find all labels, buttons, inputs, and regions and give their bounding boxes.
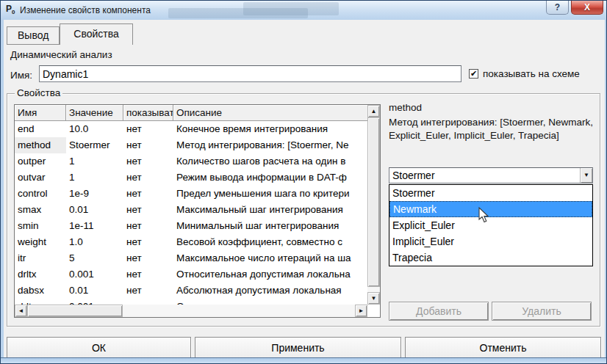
tab-svoystva[interactable]: Свойства — [60, 23, 132, 45]
delete-button[interactable]: Удалить — [492, 302, 592, 321]
dropdown-option-newmark[interactable]: Newmark — [389, 201, 592, 217]
cell-description: Максимальное число итераций на ша — [173, 250, 367, 266]
table-row-drltx[interactable]: drltx0.001нетОтносительная допустимая ло… — [15, 266, 367, 283]
table-row-method[interactable]: methodStoermerнетМетод интегрирования: [… — [15, 137, 367, 153]
cell-show: нет — [123, 170, 173, 186]
table-row-outper[interactable]: outper1нетКоличество шагов расчета на од… — [15, 153, 367, 170]
cell-value: 1 — [66, 170, 123, 186]
cell-show: нет — [123, 121, 173, 137]
vertical-scrollbar[interactable]: ▲ ▼ — [367, 105, 380, 305]
cell-value: 1e-9 — [66, 186, 123, 202]
cell-name: outper — [15, 153, 66, 170]
cancel-button[interactable]: Отменить — [405, 337, 601, 358]
cell-name: control — [15, 186, 66, 202]
cell-value: 1e-11 — [66, 218, 123, 234]
method-combobox-value: Stoermer — [392, 170, 435, 181]
table-row-end[interactable]: end10.0нетКонечное время интегрирования — [15, 121, 367, 137]
cell-name: smax — [15, 202, 66, 218]
cell-show: нет — [123, 218, 173, 234]
show-on-schema-checkbox[interactable]: ✔ — [469, 69, 478, 79]
chevron-down-icon[interactable]: ▼ — [580, 168, 592, 183]
cell-description: Предел уменьшения шага по критери — [173, 186, 367, 202]
cell-name: end — [15, 121, 66, 137]
dialog-window: P0 Изменение свойств компонента ? X Выво… — [0, 0, 607, 364]
properties-table[interactable]: ИмяЗначениепоказыватьОписание end10.0нет… — [14, 104, 381, 318]
table-row-control[interactable]: control1e-9нетПредел уменьшения шага по … — [15, 186, 367, 202]
cell-show: нет — [123, 137, 173, 153]
cell-description: Весовой коэффициент, совместно с — [173, 234, 367, 250]
vertical-scrollbar-thumb[interactable] — [367, 117, 380, 287]
ok-button[interactable]: ОК — [7, 337, 191, 358]
tab-bar: ВыводСвойства — [7, 23, 133, 44]
mouse-cursor-icon — [478, 207, 490, 223]
name-input[interactable] — [39, 65, 461, 82]
table-header-row: ИмяЗначениепоказыватьОписание — [15, 105, 380, 121]
table-row-smin[interactable]: smin1e-11нетМинимальный шаг интегрирован… — [15, 218, 367, 234]
cell-description: Метод интегрирования: [Stoermer, Ne — [173, 137, 367, 153]
cell-show: нет — [123, 186, 173, 202]
cell-show: нет — [123, 202, 173, 218]
cell-description: Относительная допустимая локальна — [173, 266, 367, 283]
method-combobox[interactable]: Stoermer ▼ — [389, 167, 593, 183]
column-header[interactable]: показывать — [123, 105, 173, 121]
cell-name: drltx — [15, 266, 66, 283]
properties-groupbox-label: Свойства — [15, 87, 62, 98]
table-row-outvar[interactable]: outvar1нетРежим вывода информации в DAT-… — [15, 170, 367, 186]
scroll-left-icon[interactable]: ◄ — [15, 305, 27, 317]
cell-name: outvar — [15, 170, 66, 186]
dialog-client-area: ВыводСвойства Динамический анализ Имя: ✔… — [4, 20, 605, 359]
cell-description: Количество шагов расчета на один в — [173, 153, 367, 170]
dropdown-option-implicit_euler[interactable]: Implicit_Euler — [389, 233, 592, 250]
cell-value: 1.0 — [66, 234, 123, 250]
cell-value: Stoermer — [66, 137, 123, 153]
dropdown-option-stoermer[interactable]: Stoermer — [389, 185, 592, 201]
glass-reflection — [243, 2, 339, 15]
cell-value: 0.001 — [66, 266, 123, 283]
cell-show: нет — [123, 283, 173, 299]
parameter-name-label: method — [389, 102, 422, 113]
dropdown-option-trapecia[interactable]: Trapecia — [389, 250, 592, 266]
window-title: Изменение свойств компонента — [20, 5, 151, 15]
cell-description: Абсолютная допустимая локальная — [173, 283, 367, 299]
cell-value: 10.0 — [66, 121, 123, 137]
cell-name: weight — [15, 234, 66, 250]
tab-vyvod[interactable]: Вывод — [7, 26, 60, 45]
cell-description: Максимальный шаг интегрирования — [173, 202, 367, 218]
table-row-smax[interactable]: smax0.01нетМаксимальный шаг интегрирован… — [15, 202, 367, 218]
properties-table-body: end10.0нетКонечное время интегрированияm… — [15, 121, 367, 306]
cell-name: itr — [15, 250, 66, 266]
table-row-weight[interactable]: weight1.0нетВесовой коэффициент, совмест… — [15, 234, 367, 250]
cell-name: smin — [15, 218, 66, 234]
help-button[interactable]: ? — [546, 1, 569, 15]
scroll-right-icon[interactable]: ► — [355, 305, 367, 317]
column-header[interactable]: Значение — [66, 105, 123, 121]
analysis-type-label: Динамический анализ — [10, 49, 112, 60]
cell-show: нет — [123, 234, 173, 250]
cell-value: 1 — [66, 153, 123, 170]
table-row-itr[interactable]: itr5нетМаксимальное число итераций на ша — [15, 250, 367, 266]
scroll-down-icon[interactable]: ▼ — [367, 292, 380, 305]
cell-show: нет — [123, 153, 173, 170]
horizontal-scrollbar-thumb[interactable] — [27, 305, 123, 317]
column-header[interactable]: Имя — [15, 105, 66, 121]
cell-description: Режим вывода информации в DAT-ф — [173, 170, 367, 186]
add-button[interactable]: Добавить — [389, 302, 489, 321]
scroll-up-icon[interactable]: ▲ — [367, 105, 380, 117]
apply-button[interactable]: Применить — [195, 337, 401, 358]
cell-name: dabsx — [15, 283, 66, 299]
window-frame-bottom — [1, 357, 606, 363]
table-row-dabsx[interactable]: dabsx0.01нетАбсолютная допустимая локаль… — [15, 283, 367, 299]
parameter-description: Метод интегрирования: [Stoermer, Newmark… — [389, 116, 597, 142]
horizontal-scrollbar[interactable]: ◄ ► — [15, 305, 367, 317]
cell-description: Минимальный шаг интегрирования — [173, 218, 367, 234]
cell-show: нет — [123, 266, 173, 283]
cell-show: нет — [123, 250, 173, 266]
method-dropdown-list: StoermerNewmarkExplicit_EulerImplicit_Eu… — [389, 184, 593, 266]
dropdown-option-explicit_euler[interactable]: Explicit_Euler — [389, 217, 592, 233]
column-header[interactable]: Описание — [173, 105, 380, 121]
app-icon: P0 — [6, 4, 15, 15]
show-on-schema-label: показывать на схеме — [483, 68, 580, 79]
cell-value: 0.01 — [66, 202, 123, 218]
close-button[interactable]: X — [571, 1, 603, 15]
title-bar[interactable]: P0 Изменение свойств компонента ? X — [1, 1, 606, 20]
